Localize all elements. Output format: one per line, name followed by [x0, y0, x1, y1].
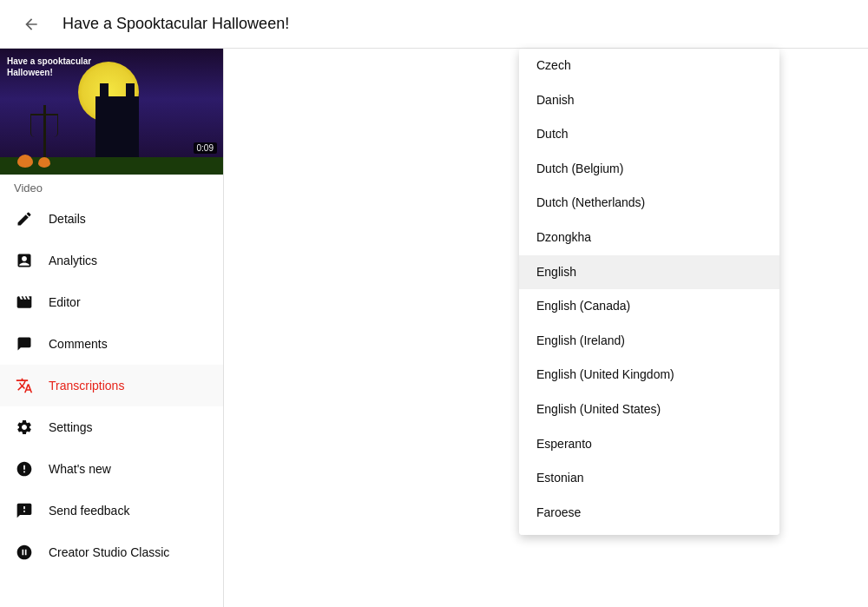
creator-studio-icon [14, 542, 35, 563]
dropdown-item-estonian[interactable]: Estonian [519, 461, 779, 496]
sidebar-item-details[interactable]: Details [0, 198, 223, 240]
dropdown-item-english[interactable]: English [519, 255, 779, 290]
sidebar-item-editor[interactable]: Editor [0, 281, 223, 323]
sidebar-item-transcriptions[interactable]: Transcriptions [0, 365, 223, 406]
sidebar-item-send-feedback[interactable]: Send feedback [0, 490, 223, 531]
pumpkin-2 [38, 157, 50, 168]
sidebar-item-analytics-label: Analytics [49, 254, 97, 267]
sidebar-nav: Video Details Analytics Editor [0, 175, 223, 607]
analytics-icon [14, 250, 35, 271]
thumbnail-text: Have a spooktacular Halloween! [7, 56, 91, 78]
sidebar-item-whats-new-label: What's new [49, 462, 111, 476]
pumpkin-1 [17, 155, 33, 168]
feedback-icon [14, 500, 35, 521]
sidebar-item-transcriptions-label: Transcriptions [49, 379, 124, 393]
edit-icon [14, 208, 35, 229]
language-dropdown[interactable]: CzechDanishDutchDutch (Belgium)Dutch (Ne… [519, 49, 779, 535]
sidebar-item-settings[interactable]: Settings [0, 406, 223, 448]
sidebar-section-label: Video [0, 175, 223, 198]
thumbnail-duration: 0:09 [194, 142, 217, 154]
whats-new-icon [14, 459, 35, 479]
tree [43, 105, 46, 157]
main-layout: Have a spooktacular Halloween! 0:09 Vide… [0, 49, 868, 607]
sidebar-item-comments[interactable]: Comments [0, 323, 223, 365]
page-title: Have a Spooktacular Halloween! [62, 15, 289, 33]
sidebar-item-comments-label: Comments [49, 337, 108, 351]
comments-icon [14, 333, 35, 354]
dropdown-item-english-us[interactable]: English (United States) [519, 393, 779, 427]
content-area: CzechDanishDutchDutch (Belgium)Dutch (Ne… [224, 49, 868, 607]
dropdown-item-dutch-netherlands[interactable]: Dutch (Netherlands) [519, 186, 779, 221]
dropdown-item-english-ireland[interactable]: English (Ireland) [519, 324, 779, 359]
thumbnail-scene: Have a spooktacular Halloween! 0:09 [0, 49, 224, 175]
dropdown-item-dutch-belgium[interactable]: Dutch (Belgium) [519, 152, 779, 187]
sidebar-item-creator-studio-label: Creator Studio Classic [49, 545, 169, 559]
transcriptions-icon [14, 375, 35, 396]
dropdown-item-english-uk[interactable]: English (United Kingdom) [519, 358, 779, 393]
sidebar-item-details-label: Details [49, 212, 86, 226]
settings-icon [14, 417, 35, 438]
sidebar-item-creator-studio[interactable]: Creator Studio Classic [0, 531, 223, 573]
ground [0, 157, 224, 175]
dropdown-item-english-canada[interactable]: English (Canada) [519, 289, 779, 324]
dropdown-item-dutch[interactable]: Dutch [519, 117, 779, 152]
castle [95, 96, 139, 157]
dropdown-item-faroese[interactable]: Faroese [519, 496, 779, 531]
back-button[interactable] [14, 7, 49, 42]
header: Have a Spooktacular Halloween! [0, 0, 868, 49]
sidebar-item-whats-new[interactable]: What's new [0, 448, 223, 490]
dropdown-item-czech[interactable]: Czech [519, 49, 779, 83]
editor-icon [14, 292, 35, 313]
dropdown-item-dzongkha[interactable]: Dzongkha [519, 221, 779, 255]
sidebar-item-analytics[interactable]: Analytics [0, 240, 223, 281]
dropdown-item-danish[interactable]: Danish [519, 83, 779, 118]
sidebar: Have a spooktacular Halloween! 0:09 Vide… [0, 49, 224, 607]
dropdown-item-esperanto[interactable]: Esperanto [519, 427, 779, 462]
sidebar-item-send-feedback-label: Send feedback [49, 504, 129, 518]
sidebar-item-editor-label: Editor [49, 295, 81, 309]
video-thumbnail: Have a spooktacular Halloween! 0:09 [0, 49, 224, 175]
dropdown-item-fijian[interactable]: Fijian [519, 530, 779, 535]
sidebar-item-settings-label: Settings [49, 420, 93, 434]
